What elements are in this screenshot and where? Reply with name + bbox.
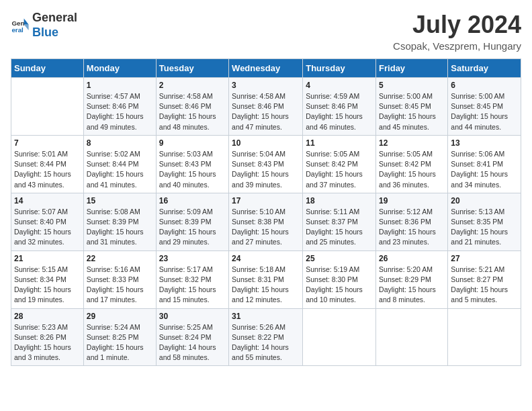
- day-info: Sunrise: 5:04 AM Sunset: 8:43 PM Dayligh…: [232, 149, 300, 190]
- day-info: Sunrise: 4:58 AM Sunset: 8:46 PM Dayligh…: [159, 91, 226, 132]
- calendar-cell: 15Sunrise: 5:08 AM Sunset: 8:39 PM Dayli…: [83, 193, 156, 250]
- calendar-cell: 29Sunrise: 5:24 AM Sunset: 8:25 PM Dayli…: [83, 308, 156, 366]
- calendar-cell: 18Sunrise: 5:11 AM Sunset: 8:37 PM Dayli…: [303, 193, 376, 250]
- header-day-sunday: Sunday: [11, 59, 84, 78]
- logo-text: General Blue: [32, 11, 77, 40]
- calendar-cell: 5Sunrise: 5:00 AM Sunset: 8:45 PM Daylig…: [376, 78, 448, 136]
- calendar-cell: 4Sunrise: 4:59 AM Sunset: 8:46 PM Daylig…: [303, 78, 376, 136]
- calendar-cell: 13Sunrise: 5:06 AM Sunset: 8:41 PM Dayli…: [448, 135, 521, 193]
- header-day-monday: Monday: [83, 59, 156, 78]
- calendar-cell: 22Sunrise: 5:16 AM Sunset: 8:33 PM Dayli…: [83, 250, 156, 308]
- day-info: Sunrise: 5:02 AM Sunset: 8:44 PM Dayligh…: [87, 149, 153, 190]
- header-row: SundayMondayTuesdayWednesdayThursdayFrid…: [11, 59, 521, 78]
- calendar-week-4: 21Sunrise: 5:15 AM Sunset: 8:34 PM Dayli…: [11, 250, 521, 308]
- calendar-cell: 11Sunrise: 5:05 AM Sunset: 8:42 PM Dayli…: [303, 135, 376, 193]
- calendar-cell: 14Sunrise: 5:07 AM Sunset: 8:40 PM Dayli…: [11, 193, 84, 250]
- day-number: 15: [87, 196, 153, 205]
- svg-marker-2: [24, 18, 29, 24]
- day-info: Sunrise: 5:11 AM Sunset: 8:37 PM Dayligh…: [306, 207, 373, 248]
- day-number: 17: [232, 196, 300, 205]
- header-day-thursday: Thursday: [303, 59, 376, 78]
- calendar-cell: [11, 78, 84, 136]
- day-number: 13: [451, 138, 518, 148]
- day-info: Sunrise: 5:05 AM Sunset: 8:42 PM Dayligh…: [306, 149, 373, 190]
- day-number: 20: [451, 196, 518, 205]
- calendar-week-2: 7Sunrise: 5:01 AM Sunset: 8:44 PM Daylig…: [11, 135, 521, 193]
- day-number: 23: [159, 254, 226, 263]
- day-info: Sunrise: 5:18 AM Sunset: 8:31 PM Dayligh…: [232, 265, 300, 306]
- calendar-cell: 30Sunrise: 5:25 AM Sunset: 8:24 PM Dayli…: [156, 308, 228, 366]
- calendar-cell: 19Sunrise: 5:12 AM Sunset: 8:36 PM Dayli…: [376, 193, 448, 250]
- day-number: 29: [87, 312, 153, 321]
- day-number: 12: [379, 138, 445, 148]
- calendar-cell: 31Sunrise: 5:26 AM Sunset: 8:22 PM Dayli…: [229, 308, 303, 366]
- day-info: Sunrise: 5:05 AM Sunset: 8:42 PM Dayligh…: [379, 149, 445, 190]
- calendar-cell: 2Sunrise: 4:58 AM Sunset: 8:46 PM Daylig…: [156, 78, 228, 136]
- day-number: 5: [379, 81, 445, 90]
- day-number: 31: [232, 312, 300, 321]
- day-number: 6: [451, 81, 518, 90]
- day-number: 10: [232, 138, 300, 148]
- day-info: Sunrise: 5:08 AM Sunset: 8:39 PM Dayligh…: [87, 207, 153, 248]
- day-info: Sunrise: 5:13 AM Sunset: 8:35 PM Dayligh…: [451, 207, 518, 248]
- day-info: Sunrise: 5:24 AM Sunset: 8:25 PM Dayligh…: [87, 322, 153, 363]
- day-number: 18: [306, 196, 373, 205]
- calendar-cell: 7Sunrise: 5:01 AM Sunset: 8:44 PM Daylig…: [11, 135, 84, 193]
- calendar-cell: 16Sunrise: 5:09 AM Sunset: 8:39 PM Dayli…: [156, 193, 228, 250]
- calendar-cell: 20Sunrise: 5:13 AM Sunset: 8:35 PM Dayli…: [448, 193, 521, 250]
- day-number: 25: [306, 254, 373, 263]
- day-number: 4: [306, 81, 373, 90]
- day-info: Sunrise: 5:07 AM Sunset: 8:40 PM Dayligh…: [14, 207, 81, 248]
- day-number: 27: [451, 254, 518, 263]
- calendar-cell: [303, 308, 376, 366]
- day-number: 2: [159, 81, 226, 90]
- calendar-week-3: 14Sunrise: 5:07 AM Sunset: 8:40 PM Dayli…: [11, 193, 521, 250]
- day-number: 22: [87, 254, 153, 263]
- day-info: Sunrise: 4:59 AM Sunset: 8:46 PM Dayligh…: [306, 91, 373, 132]
- calendar-cell: 6Sunrise: 5:00 AM Sunset: 8:45 PM Daylig…: [448, 78, 521, 136]
- logo-icon: Gen eral: [11, 16, 30, 35]
- calendar-cell: 23Sunrise: 5:17 AM Sunset: 8:32 PM Dayli…: [156, 250, 228, 308]
- day-info: Sunrise: 5:21 AM Sunset: 8:27 PM Dayligh…: [451, 265, 518, 306]
- day-info: Sunrise: 5:26 AM Sunset: 8:22 PM Dayligh…: [232, 322, 300, 363]
- page-header: Gen eral General Blue July 2024 Csopak, …: [11, 11, 521, 52]
- calendar-week-1: 1Sunrise: 4:57 AM Sunset: 8:46 PM Daylig…: [11, 78, 521, 136]
- day-info: Sunrise: 4:57 AM Sunset: 8:46 PM Dayligh…: [87, 91, 153, 132]
- header-day-saturday: Saturday: [448, 59, 521, 78]
- day-info: Sunrise: 5:00 AM Sunset: 8:45 PM Dayligh…: [451, 91, 518, 132]
- day-info: Sunrise: 5:12 AM Sunset: 8:36 PM Dayligh…: [379, 207, 445, 248]
- location-title: Csopak, Veszprem, Hungary: [393, 40, 521, 52]
- calendar-cell: 10Sunrise: 5:04 AM Sunset: 8:43 PM Dayli…: [229, 135, 303, 193]
- day-info: Sunrise: 5:20 AM Sunset: 8:29 PM Dayligh…: [379, 265, 445, 306]
- day-info: Sunrise: 5:03 AM Sunset: 8:43 PM Dayligh…: [159, 149, 226, 190]
- calendar-cell: 17Sunrise: 5:10 AM Sunset: 8:38 PM Dayli…: [229, 193, 303, 250]
- day-info: Sunrise: 5:01 AM Sunset: 8:44 PM Dayligh…: [14, 149, 81, 190]
- calendar-table: SundayMondayTuesdayWednesdayThursdayFrid…: [11, 58, 521, 366]
- day-number: 28: [14, 312, 81, 321]
- day-number: 11: [306, 138, 373, 148]
- day-info: Sunrise: 5:10 AM Sunset: 8:38 PM Dayligh…: [232, 207, 300, 248]
- day-number: 19: [379, 196, 445, 205]
- calendar-cell: [448, 308, 521, 366]
- header-day-tuesday: Tuesday: [156, 59, 228, 78]
- header-day-friday: Friday: [376, 59, 448, 78]
- day-info: Sunrise: 5:16 AM Sunset: 8:33 PM Dayligh…: [87, 265, 153, 306]
- day-info: Sunrise: 5:00 AM Sunset: 8:45 PM Dayligh…: [379, 91, 445, 132]
- calendar-cell: 3Sunrise: 4:58 AM Sunset: 8:46 PM Daylig…: [229, 78, 303, 136]
- day-info: Sunrise: 5:25 AM Sunset: 8:24 PM Dayligh…: [159, 322, 226, 363]
- calendar-cell: 1Sunrise: 4:57 AM Sunset: 8:46 PM Daylig…: [83, 78, 156, 136]
- calendar-cell: 27Sunrise: 5:21 AM Sunset: 8:27 PM Dayli…: [448, 250, 521, 308]
- day-info: Sunrise: 5:19 AM Sunset: 8:30 PM Dayligh…: [306, 265, 373, 306]
- calendar-cell: 8Sunrise: 5:02 AM Sunset: 8:44 PM Daylig…: [83, 135, 156, 193]
- day-number: 30: [159, 312, 226, 321]
- svg-text:eral: eral: [11, 26, 24, 33]
- day-number: 3: [232, 81, 300, 90]
- calendar-cell: 26Sunrise: 5:20 AM Sunset: 8:29 PM Dayli…: [376, 250, 448, 308]
- calendar-cell: [376, 308, 448, 366]
- day-number: 1: [87, 81, 153, 90]
- calendar-cell: 24Sunrise: 5:18 AM Sunset: 8:31 PM Dayli…: [229, 250, 303, 308]
- day-number: 24: [232, 254, 300, 263]
- day-info: Sunrise: 5:09 AM Sunset: 8:39 PM Dayligh…: [159, 207, 226, 248]
- day-number: 9: [159, 138, 226, 148]
- month-title: July 2024: [393, 11, 521, 39]
